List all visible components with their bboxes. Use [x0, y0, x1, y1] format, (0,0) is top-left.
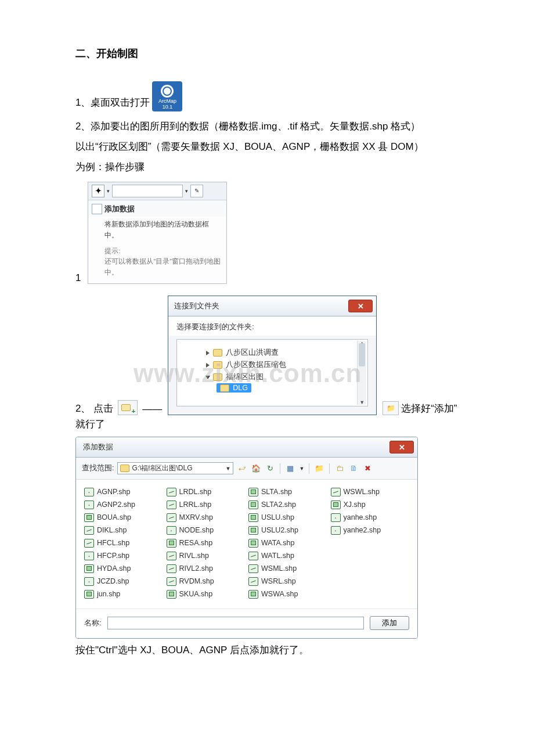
- tooltip-title: 添加数据: [88, 200, 226, 217]
- file-name: RVDM.shp: [179, 577, 214, 585]
- file-item[interactable]: WATA.shp: [248, 537, 327, 549]
- file-item[interactable]: jun.shp: [84, 588, 163, 600]
- file-name: WSML.shp: [261, 564, 297, 573]
- add-data-dialog: 添加数据 ✕ 查找范围: G:\福绵区出图\DLG ▼ ⮐ 🏠 ↻ ▦ ▼ 📁 …: [75, 437, 418, 639]
- name-input[interactable]: [107, 617, 364, 629]
- shapefile-line-icon: [167, 552, 176, 560]
- shapefile-polygon-icon: [167, 590, 176, 599]
- file-item[interactable]: SKUA.shp: [167, 588, 246, 600]
- doc-icon: [92, 204, 102, 214]
- file-name: SLTA2.shp: [261, 501, 296, 509]
- file-name: HFCL.shp: [97, 539, 129, 547]
- toolbar: ✦ ▾ ▾ ✎: [88, 182, 226, 200]
- close-icon[interactable]: ✕: [389, 441, 414, 453]
- file-item[interactable]: BOUA.shp: [84, 511, 163, 524]
- scale-dropdown[interactable]: [112, 185, 183, 197]
- file-item[interactable]: USLU.shp: [248, 511, 327, 524]
- section-heading: 二、开始制图: [75, 46, 511, 60]
- up-folder-icon[interactable]: ⮐: [237, 463, 247, 474]
- file-item[interactable]: MXRV.shp: [167, 511, 246, 524]
- file-item[interactable]: AGNP.shp: [84, 485, 163, 498]
- file-item[interactable]: HFCL.shp: [84, 537, 163, 549]
- folder-icon: [213, 361, 222, 369]
- arcmap-desktop-icon[interactable]: ArcMap 10.1: [152, 81, 182, 111]
- file-name: USLU.shp: [261, 513, 294, 521]
- tree-item[interactable]: 八步区数据压缩包: [226, 360, 286, 370]
- file-item[interactable]: WSWA.shp: [248, 588, 327, 600]
- chevron-down-icon[interactable]: ▼: [299, 466, 304, 471]
- file-item[interactable]: yanhe.shp: [331, 511, 410, 524]
- file-item[interactable]: WSML.shp: [248, 562, 327, 575]
- file-item[interactable]: NODE.shp: [167, 524, 246, 537]
- add-button[interactable]: 添加: [370, 616, 409, 630]
- file-item[interactable]: RESA.shp: [167, 537, 246, 549]
- footer-instruction: 按住"Ctrl"选中 XJ、BOUA、AGNP 后点添加就行了。: [75, 642, 511, 659]
- file-name: WSRL.shp: [261, 577, 296, 585]
- close-icon[interactable]: ✕: [348, 300, 373, 312]
- editor-icon[interactable]: ✎: [190, 185, 203, 197]
- shapefile-point-icon: [331, 526, 341, 535]
- new-file-icon[interactable]: 🗎: [348, 463, 359, 474]
- file-item[interactable]: RIVL2.shp: [167, 562, 246, 575]
- dialog-label: 选择要连接到的文件夹:: [168, 316, 376, 336]
- add-data-button-icon[interactable]: ✦: [92, 185, 104, 197]
- connect-folder-icon[interactable]: 📁: [383, 401, 399, 415]
- file-item[interactable]: HFCP.shp: [84, 549, 163, 562]
- scrollbar[interactable]: ▲ ▼: [357, 341, 366, 405]
- refresh-icon[interactable]: ↻: [265, 463, 275, 474]
- new-folder-icon[interactable]: 🗀: [334, 463, 345, 474]
- file-name: LRDL.shp: [179, 488, 212, 496]
- file-name: LRRL.shp: [179, 501, 212, 509]
- folder-tree[interactable]: 八步区山洪调查 八步区数据压缩包 福绵区出图 DLG ▲ ▼: [176, 339, 368, 406]
- file-item[interactable]: RIVL.shp: [167, 549, 246, 562]
- file-item[interactable]: RVDM.shp: [167, 575, 246, 588]
- file-item[interactable]: WSRL.shp: [248, 575, 327, 588]
- file-item[interactable]: JCZD.shp: [84, 575, 163, 588]
- file-name: RIVL.shp: [179, 552, 209, 560]
- scroll-down-icon[interactable]: ▼: [359, 399, 365, 405]
- file-item[interactable]: USLU2.shp: [248, 524, 327, 537]
- dialog-title: 连接到文件夹: [174, 301, 219, 311]
- file-list[interactable]: AGNP.shpLRDL.shpSLTA.shpWSWL.shpAGNP2.sh…: [76, 480, 417, 609]
- tree-item[interactable]: 福绵区出图: [226, 372, 264, 382]
- home-icon[interactable]: 🏠: [251, 463, 261, 474]
- connect-folder-button-icon[interactable]: [118, 400, 138, 415]
- file-name: XJ.shp: [344, 501, 366, 509]
- shapefile-polygon-icon: [331, 501, 341, 509]
- file-item: [331, 537, 410, 549]
- file-item[interactable]: SLTA.shp: [248, 485, 327, 498]
- connect-folder-icon[interactable]: 📁: [314, 463, 324, 474]
- chevron-down-icon[interactable]: ▼: [226, 466, 231, 471]
- shapefile-line-icon: [248, 552, 258, 560]
- file-item[interactable]: WSWL.shp: [331, 485, 410, 498]
- add-data-tooltip-screenshot: ✦ ▾ ▾ ✎ 添加数据 将新数据添加到地图的活动数据框中。 提示: 还可以将数…: [88, 182, 227, 285]
- file-item[interactable]: AGNP2.shp: [84, 498, 163, 511]
- file-item[interactable]: yanhe2.shp: [331, 524, 410, 537]
- scroll-thumb[interactable]: [359, 343, 365, 366]
- shapefile-line-icon: [248, 564, 258, 573]
- shapefile-line-icon: [167, 488, 176, 496]
- scope-value[interactable]: G:\福绵区出图\DLG: [132, 463, 192, 473]
- file-item[interactable]: LRRL.shp: [167, 498, 246, 511]
- file-item[interactable]: SLTA2.shp: [248, 498, 327, 511]
- file-item[interactable]: DIKL.shp: [84, 524, 163, 537]
- shapefile-polygon-icon: [84, 564, 94, 573]
- shapefile-polygon-icon: [248, 539, 258, 548]
- file-item[interactable]: LRDL.shp: [167, 485, 246, 498]
- tree-item[interactable]: 八步区山洪调查: [226, 348, 279, 358]
- shapefile-line-icon: [84, 526, 94, 535]
- dialog-title: 添加数据: [83, 442, 113, 452]
- file-name: WATA.shp: [261, 539, 294, 547]
- delete-icon[interactable]: ✖: [362, 463, 373, 474]
- tree-item-selected[interactable]: DLG: [233, 384, 248, 392]
- list-view-icon[interactable]: ▦: [285, 463, 295, 474]
- shapefile-polygon-icon: [167, 539, 176, 548]
- file-item[interactable]: HYDA.shp: [84, 562, 163, 575]
- separator: [329, 463, 330, 474]
- file-name: yanhe.shp: [344, 513, 377, 521]
- file-item[interactable]: WATL.shp: [248, 549, 327, 562]
- separator: [280, 463, 280, 474]
- shapefile-line-icon: [167, 501, 176, 509]
- scope-label: 查找范围:: [82, 463, 114, 473]
- file-item[interactable]: XJ.shp: [331, 498, 410, 511]
